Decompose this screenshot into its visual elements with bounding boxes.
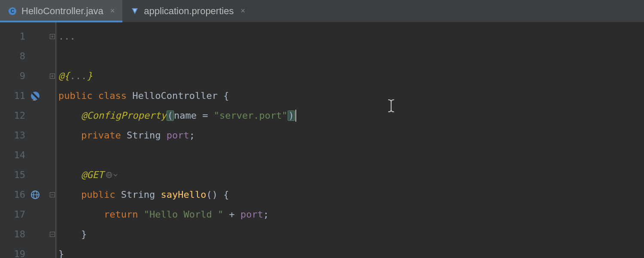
code-line[interactable]: @ConfigProperty(name = "server.port") xyxy=(57,106,644,126)
code-area[interactable]: ... @{...} public class HelloController … xyxy=(57,22,644,258)
code-line[interactable] xyxy=(57,46,644,66)
line-number[interactable]: 9 xyxy=(0,66,56,86)
line-number[interactable]: 16 xyxy=(0,185,56,205)
line-number[interactable]: 8 xyxy=(0,46,56,66)
line-number[interactable]: 1 xyxy=(0,27,56,46)
text-caret xyxy=(295,110,296,122)
code-line[interactable]: } xyxy=(57,244,644,258)
line-number[interactable]: 11 xyxy=(0,86,56,106)
line-number[interactable]: 14 xyxy=(0,145,56,165)
web-method-icon[interactable] xyxy=(30,189,41,200)
svg-text:C: C xyxy=(11,8,15,14)
code-line[interactable]: return "Hello World " + port; xyxy=(57,205,644,224)
fold-collapse-icon[interactable] xyxy=(49,192,55,198)
code-line[interactable]: @{...} xyxy=(57,66,644,86)
override-icon[interactable] xyxy=(30,90,41,101)
code-line[interactable]: public class HelloController { xyxy=(57,86,644,106)
fold-expand-icon[interactable] xyxy=(49,34,55,40)
code-line[interactable]: } xyxy=(57,224,644,244)
fold-end-icon[interactable] xyxy=(49,231,55,237)
editor: 1 8 9 11 12 13 14 15 16 xyxy=(0,22,644,258)
code-line[interactable]: public String sayHello() { xyxy=(57,185,644,205)
close-icon[interactable]: × xyxy=(240,6,245,15)
url-mapping-inlay[interactable] xyxy=(106,172,118,178)
tab-bar: C HelloController.java × application.pro… xyxy=(0,0,644,22)
fold-expand-icon[interactable] xyxy=(49,73,55,79)
properties-icon xyxy=(130,6,140,16)
line-number[interactable]: 19 xyxy=(0,244,56,258)
code-line[interactable]: ... xyxy=(57,27,644,46)
tab-hellocontroller[interactable]: C HelloController.java × xyxy=(0,0,122,22)
gutter: 1 8 9 11 12 13 14 15 16 xyxy=(0,22,57,258)
line-number[interactable]: 15 xyxy=(0,165,56,185)
tab-label: HelloController.java xyxy=(21,6,103,17)
close-icon[interactable]: × xyxy=(110,6,115,15)
code-line[interactable] xyxy=(57,145,644,165)
code-line[interactable]: private String port; xyxy=(57,126,644,145)
tab-label: application.properties xyxy=(144,6,234,17)
class-icon: C xyxy=(8,6,17,16)
line-number[interactable]: 12 xyxy=(0,106,56,126)
line-number[interactable]: 13 xyxy=(0,126,56,145)
tab-application-properties[interactable]: application.properties × xyxy=(122,0,253,22)
line-number[interactable]: 18 xyxy=(0,224,56,244)
line-number[interactable]: 17 xyxy=(0,205,56,224)
ibeam-cursor-icon xyxy=(387,99,395,115)
code-line[interactable]: @GET xyxy=(57,165,644,185)
